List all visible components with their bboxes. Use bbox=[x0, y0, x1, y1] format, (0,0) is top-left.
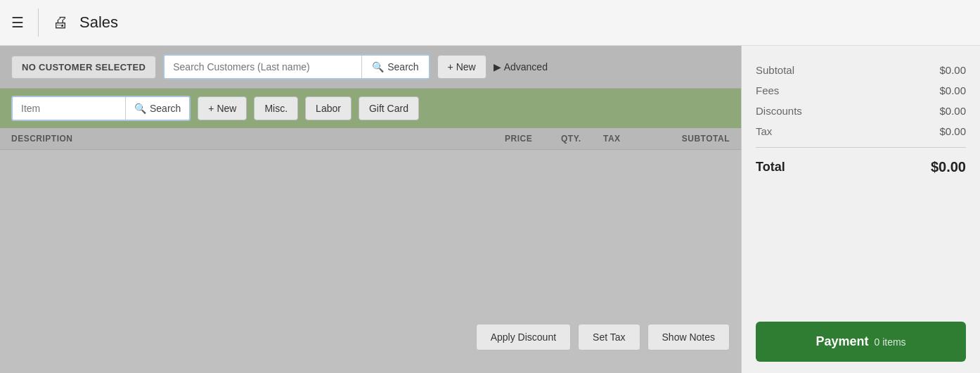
tax-row: Tax $0.00 bbox=[756, 121, 966, 141]
payment-label: Payment bbox=[815, 334, 868, 349]
tax-label: Tax bbox=[756, 125, 772, 137]
menu-icon[interactable]: ☰ bbox=[11, 14, 24, 31]
apply-discount-button[interactable]: Apply Discount bbox=[476, 324, 571, 350]
new-customer-button[interactable]: + New bbox=[437, 55, 486, 79]
customer-search-button[interactable]: 🔍 Search bbox=[361, 56, 428, 78]
col-qty-header: QTY. bbox=[561, 134, 603, 144]
summary-divider bbox=[756, 147, 966, 148]
customer-search-input[interactable] bbox=[165, 56, 361, 78]
col-subtotal-header: SUBTOTAL bbox=[659, 134, 730, 144]
item-search-box: 🔍 Search bbox=[11, 96, 191, 121]
col-price-header: PRICE bbox=[505, 134, 561, 144]
col-tax-header: TAX bbox=[603, 134, 659, 144]
header-divider bbox=[38, 8, 39, 37]
app-icon: 🖨 bbox=[53, 13, 68, 32]
search-icon: 🔍 bbox=[372, 61, 384, 72]
item-bar: 🔍 Search + New Misc. Labor Gift Card bbox=[0, 89, 741, 128]
total-row: Total $0.00 bbox=[756, 153, 966, 189]
total-label: Total bbox=[756, 160, 785, 175]
header: ☰ 🖨 Sales bbox=[0, 0, 980, 46]
fees-value: $0.00 bbox=[939, 84, 966, 96]
labor-button[interactable]: Labor bbox=[305, 96, 352, 120]
tax-value: $0.00 bbox=[939, 125, 966, 137]
page-title: Sales bbox=[79, 13, 118, 32]
item-search-button[interactable]: 🔍 Search bbox=[125, 97, 189, 120]
discounts-value: $0.00 bbox=[939, 105, 966, 117]
subtotal-value: $0.00 bbox=[939, 64, 966, 76]
discounts-label: Discounts bbox=[756, 105, 802, 117]
subtotal-row: Subtotal $0.00 bbox=[756, 60, 966, 80]
misc-button[interactable]: Misc. bbox=[254, 96, 298, 120]
payment-button[interactable]: Payment 0 items bbox=[756, 322, 966, 362]
set-tax-button[interactable]: Set Tax bbox=[578, 324, 640, 350]
search-icon: 🔍 bbox=[134, 103, 146, 114]
chevron-right-icon: ▶ bbox=[494, 61, 501, 72]
action-buttons-row: Apply Discount Set Tax Show Notes bbox=[11, 324, 730, 350]
new-item-button[interactable]: + New bbox=[198, 96, 247, 120]
gift-card-button[interactable]: Gift Card bbox=[359, 96, 419, 120]
payment-items-count: 0 items bbox=[874, 336, 905, 348]
sidebar: Subtotal $0.00 Fees $0.00 Discounts $0.0… bbox=[741, 46, 980, 373]
fees-label: Fees bbox=[756, 84, 779, 96]
table-body: Apply Discount Set Tax Show Notes bbox=[0, 150, 741, 373]
total-value: $0.00 bbox=[931, 159, 966, 175]
customer-bar: NO CUSTOMER SELECTED 🔍 Search + New ▶ Ad… bbox=[0, 46, 741, 89]
col-description-header: DESCRIPTION bbox=[11, 134, 505, 144]
show-notes-button[interactable]: Show Notes bbox=[647, 324, 730, 350]
discounts-row: Discounts $0.00 bbox=[756, 101, 966, 121]
table-header: DESCRIPTION PRICE QTY. TAX SUBTOTAL bbox=[0, 128, 741, 150]
content-area: NO CUSTOMER SELECTED 🔍 Search + New ▶ Ad… bbox=[0, 46, 741, 373]
summary-rows: Subtotal $0.00 Fees $0.00 Discounts $0.0… bbox=[756, 60, 966, 322]
fees-row: Fees $0.00 bbox=[756, 80, 966, 101]
item-search-label: Search bbox=[150, 103, 181, 114]
item-search-input[interactable] bbox=[13, 97, 125, 120]
no-customer-button[interactable]: NO CUSTOMER SELECTED bbox=[11, 56, 156, 79]
advanced-label: Advanced bbox=[504, 61, 548, 72]
customer-search-label: Search bbox=[387, 61, 418, 72]
customer-search-box: 🔍 Search bbox=[163, 54, 430, 80]
subtotal-label: Subtotal bbox=[756, 64, 794, 76]
main-layout: NO CUSTOMER SELECTED 🔍 Search + New ▶ Ad… bbox=[0, 46, 980, 373]
advanced-button[interactable]: ▶ Advanced bbox=[494, 61, 548, 72]
